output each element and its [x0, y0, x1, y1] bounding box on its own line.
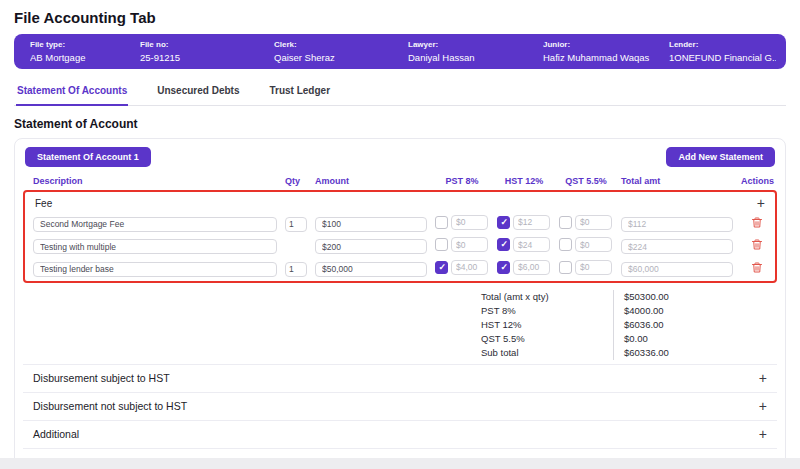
- fee-group: Fee +: [23, 190, 777, 283]
- expand-section-icon[interactable]: +: [759, 399, 767, 413]
- fee-row: [33, 213, 767, 232]
- totals-label: HST 12%: [481, 318, 613, 332]
- totals-row-qst: QST 5.5% $0.00: [481, 332, 731, 346]
- header-description: Description: [33, 176, 277, 186]
- lawyer-label: Lawyer:: [408, 40, 535, 49]
- totals-value: $6036.00: [613, 318, 731, 332]
- pst-checkbox[interactable]: [435, 261, 448, 274]
- delete-row-icon[interactable]: [741, 261, 767, 274]
- totals-label: Sub total: [481, 346, 613, 360]
- hst-checkbox[interactable]: [497, 238, 510, 251]
- tab-trust-ledger[interactable]: Trust Ledger: [268, 78, 331, 105]
- totals-label: PST 8%: [481, 304, 613, 318]
- lender-value: 1ONEFUND Financial G...: [669, 52, 776, 63]
- amount-input[interactable]: [315, 239, 427, 254]
- file-accounting-page: File Accounting Tab File type: AB Mortga…: [0, 9, 800, 469]
- horizontal-scrollbar[interactable]: [0, 458, 800, 469]
- junior-value: Hafiz Muhammad Waqas: [543, 52, 661, 63]
- lawyer-value: Daniyal Hassan: [408, 52, 535, 63]
- add-new-statement-button[interactable]: Add New Statement: [666, 147, 775, 167]
- qst-checkbox[interactable]: [559, 216, 572, 229]
- amount-input[interactable]: [315, 262, 427, 277]
- totals-label: Total (amt x qty): [481, 290, 613, 304]
- totals-value: $4000.00: [613, 304, 731, 318]
- totals-summary: Total (amt x qty) $50300.00 PST 8% $4000…: [481, 290, 731, 360]
- hst-checkbox[interactable]: [497, 216, 510, 229]
- file-type-label: File type:: [30, 40, 132, 49]
- banner-field-lender: Lender: 1ONEFUND Financial G...: [661, 40, 776, 63]
- delete-row-icon[interactable]: [741, 216, 767, 229]
- pst-checkbox[interactable]: [435, 238, 448, 251]
- amount-input[interactable]: [315, 217, 427, 232]
- table-header: Description Qty Amount PST 8% HST 12% QS…: [23, 176, 777, 186]
- totals-value: $0.00: [613, 332, 731, 346]
- tab-unsecured-debts[interactable]: Unsecured Debts: [156, 78, 240, 105]
- pst-amount-input[interactable]: [451, 215, 488, 230]
- total-amount-input[interactable]: [621, 239, 733, 254]
- totals-value: $60336.00: [613, 346, 731, 360]
- statement-selector-button[interactable]: Statement Of Account 1: [25, 147, 151, 167]
- totals-label: QST 5.5%: [481, 332, 613, 346]
- header-qty: Qty: [285, 176, 307, 186]
- header-pst: PST 8%: [435, 176, 489, 186]
- fee-row: [33, 258, 767, 277]
- delete-row-icon[interactable]: [741, 238, 767, 251]
- fee-group-header: Fee +: [25, 192, 775, 213]
- qst-checkbox[interactable]: [559, 261, 572, 274]
- file-type-value: AB Mortgage: [30, 52, 132, 63]
- total-amount-input[interactable]: [621, 262, 733, 277]
- header-qst: QST 5.5%: [559, 176, 613, 186]
- hst-amount-input[interactable]: [513, 215, 550, 230]
- description-input[interactable]: [33, 262, 277, 277]
- banner-field-file-no: File no: 25-91215: [132, 40, 266, 63]
- section-label: Disbursement subject to HST: [33, 372, 170, 384]
- page-title: File Accounting Tab: [14, 9, 786, 26]
- section-disbursement-not-subject-hst: Disbursement not subject to HST +: [23, 392, 777, 420]
- totals-row-subtotal-amt: Total (amt x qty) $50300.00: [481, 290, 731, 304]
- banner-field-file-type: File type: AB Mortgage: [22, 40, 132, 63]
- section-label: Disbursement not subject to HST: [33, 400, 187, 412]
- clerk-label: Clerk:: [274, 40, 400, 49]
- lender-label: Lender:: [669, 40, 776, 49]
- expand-section-icon[interactable]: +: [759, 427, 767, 441]
- file-no-label: File no:: [140, 40, 266, 49]
- header-total-amt: Total amt: [621, 176, 733, 186]
- hst-amount-input[interactable]: [513, 260, 550, 275]
- tab-statement-of-accounts[interactable]: Statement Of Accounts: [16, 78, 128, 106]
- qty-input[interactable]: [285, 262, 307, 277]
- tab-bar: Statement Of Accounts Unsecured Debts Tr…: [14, 78, 786, 106]
- totals-row-hst: HST 12% $6036.00: [481, 318, 731, 332]
- file-no-value: 25-91215: [140, 52, 266, 63]
- file-info-banner: File type: AB Mortgage File no: 25-91215…: [14, 34, 786, 69]
- header-hst: HST 12%: [497, 176, 551, 186]
- description-input[interactable]: [33, 239, 277, 254]
- banner-field-junior: Junior: Hafiz Muhammad Waqas: [535, 40, 661, 63]
- total-amount-input[interactable]: [621, 217, 733, 232]
- fee-row: [33, 236, 767, 255]
- pst-amount-input[interactable]: [451, 260, 488, 275]
- section-label: Additional: [33, 428, 79, 440]
- qst-checkbox[interactable]: [559, 238, 572, 251]
- header-actions: Actions: [741, 176, 767, 186]
- totals-value: $50300.00: [613, 290, 731, 304]
- section-additional: Additional +: [23, 420, 777, 448]
- add-fee-row-icon[interactable]: +: [757, 196, 765, 210]
- qst-amount-input[interactable]: [575, 260, 612, 275]
- description-input[interactable]: [33, 217, 277, 232]
- statement-toolbar: Statement Of Account 1 Add New Statement: [25, 147, 775, 167]
- pst-checkbox[interactable]: [435, 216, 448, 229]
- qst-amount-input[interactable]: [575, 237, 612, 252]
- banner-field-lawyer: Lawyer: Daniyal Hassan: [400, 40, 535, 63]
- clerk-value: Qaiser Sheraz: [274, 52, 400, 63]
- pst-amount-input[interactable]: [451, 237, 488, 252]
- section-disbursement-subject-hst: Disbursement subject to HST +: [23, 364, 777, 392]
- header-amount: Amount: [315, 176, 427, 186]
- qty-input[interactable]: [285, 217, 307, 232]
- hst-amount-input[interactable]: [513, 237, 550, 252]
- junior-label: Junior:: [543, 40, 661, 49]
- statement-card: Statement Of Account 1 Add New Statement…: [14, 138, 786, 469]
- hst-checkbox[interactable]: [497, 261, 510, 274]
- qst-amount-input[interactable]: [575, 215, 612, 230]
- totals-row-pst: PST 8% $4000.00: [481, 304, 731, 318]
- expand-section-icon[interactable]: +: [759, 371, 767, 385]
